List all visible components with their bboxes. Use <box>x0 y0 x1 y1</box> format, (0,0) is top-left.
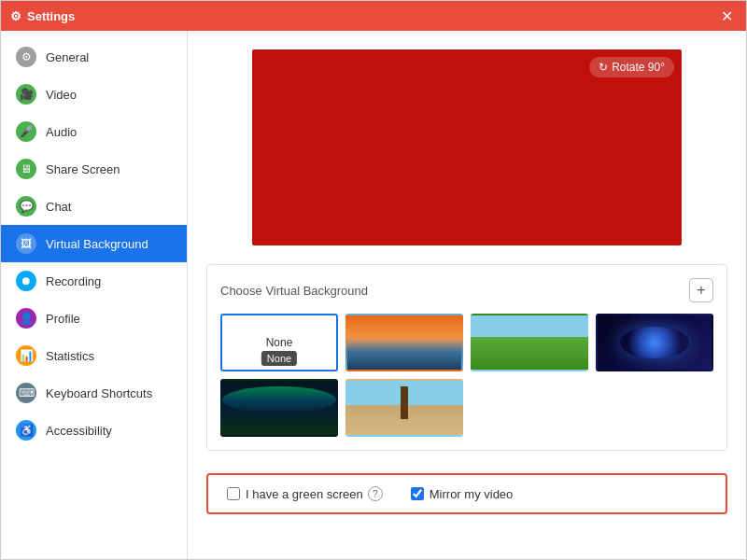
sidebar-item-statistics[interactable]: 📊 Statistics <box>1 337 187 374</box>
background-none[interactable]: None None <box>220 314 338 371</box>
audio-icon: 🎤 <box>16 121 36 142</box>
sidebar-item-accessibility[interactable]: ♿ Accessibility <box>1 412 187 449</box>
none-tooltip: None <box>261 351 297 366</box>
video-icon: 🎥 <box>16 84 36 105</box>
background-grid: None None <box>220 314 713 437</box>
sidebar-item-general[interactable]: ⚙ General <box>1 38 187 76</box>
settings-icon: ⚙ <box>10 9 21 23</box>
sidebar-item-share-screen[interactable]: 🖥 Share Screen <box>1 150 187 188</box>
chat-icon: 💬 <box>16 196 36 217</box>
sidebar-label-recording: Recording <box>46 274 101 288</box>
bottom-options-bar: I have a green screen ? Mirror my video <box>206 473 727 514</box>
sidebar-label-vbg: Virtual Background <box>46 237 148 251</box>
background-golden-gate[interactable] <box>345 314 463 371</box>
sidebar-item-chat[interactable]: 💬 Chat <box>1 188 187 225</box>
sidebar-item-virtual-background[interactable]: 🖼 Virtual Background <box>1 225 187 262</box>
sidebar-item-audio[interactable]: 🎤 Audio <box>1 113 187 150</box>
share-screen-icon: 🖥 <box>16 159 36 179</box>
sidebar-label-general: General <box>46 50 89 64</box>
rotate-icon: ↻ <box>599 61 608 74</box>
sidebar-item-profile[interactable]: 👤 Profile <box>1 300 187 337</box>
sidebar-label-audio: Audio <box>46 125 77 139</box>
rotate-label: Rotate 90° <box>612 61 665 74</box>
close-button[interactable]: ✕ <box>717 7 737 25</box>
mirror-video-group[interactable]: Mirror my video <box>411 487 514 501</box>
mirror-video-checkbox[interactable] <box>411 487 424 500</box>
add-background-button[interactable]: + <box>689 278 713 302</box>
sidebar-label-accessibility: Accessibility <box>46 424 112 438</box>
chooser-header: Choose Virtual Background + <box>220 278 713 302</box>
background-grass[interactable] <box>471 314 588 371</box>
window-title: Settings <box>27 9 75 23</box>
green-screen-group[interactable]: I have a green screen ? <box>227 486 383 501</box>
sidebar-label-share: Share Screen <box>46 162 120 176</box>
sidebar-item-keyboard-shortcuts[interactable]: ⌨ Keyboard Shortcuts <box>1 374 187 412</box>
keyboard-shortcuts-icon: ⌨ <box>16 383 36 403</box>
virtual-background-icon: 🖼 <box>16 233 36 254</box>
statistics-icon: 📊 <box>16 345 36 366</box>
titlebar-title: ⚙ Settings <box>10 9 75 23</box>
sidebar-item-video[interactable]: 🎥 Video <box>1 76 187 113</box>
mirror-video-label: Mirror my video <box>430 487 514 501</box>
sidebar-label-video: Video <box>46 88 77 102</box>
sidebar-item-recording[interactable]: ⏺ Recording <box>1 262 187 300</box>
background-chooser: Choose Virtual Background + None None <box>206 264 727 451</box>
settings-window: ⚙ Settings ✕ ⚙ General 🎥 Video 🎤 Audio 🖥… <box>0 0 747 560</box>
chooser-title: Choose Virtual Background <box>220 284 368 298</box>
plus-icon: + <box>697 282 705 299</box>
none-label: None <box>266 336 293 349</box>
content-area: ⚙ General 🎥 Video 🎤 Audio 🖥 Share Screen… <box>1 31 746 559</box>
background-aurora[interactable] <box>220 379 338 437</box>
background-space[interactable] <box>596 314 713 371</box>
recording-icon: ⏺ <box>16 271 36 291</box>
green-screen-label: I have a green screen ? <box>246 486 383 501</box>
sidebar-label-profile: Profile <box>46 312 80 326</box>
sidebar: ⚙ General 🎥 Video 🎤 Audio 🖥 Share Screen… <box>1 31 188 559</box>
sidebar-label-chat: Chat <box>46 200 71 214</box>
profile-icon: 👤 <box>16 308 36 329</box>
video-preview: ↻ Rotate 90° <box>252 49 682 245</box>
background-beach[interactable] <box>345 379 463 437</box>
accessibility-icon: ♿ <box>16 420 36 441</box>
sidebar-label-keyboard: Keyboard Shortcuts <box>46 386 152 400</box>
green-screen-help-icon[interactable]: ? <box>368 486 383 501</box>
sidebar-label-statistics: Statistics <box>46 349 94 363</box>
titlebar: ⚙ Settings ✕ <box>1 1 746 31</box>
main-panel: ↻ Rotate 90° Choose Virtual Background +… <box>188 31 746 559</box>
rotate-button[interactable]: ↻ Rotate 90° <box>589 57 674 77</box>
green-screen-checkbox[interactable] <box>227 487 240 500</box>
general-icon: ⚙ <box>16 47 36 67</box>
